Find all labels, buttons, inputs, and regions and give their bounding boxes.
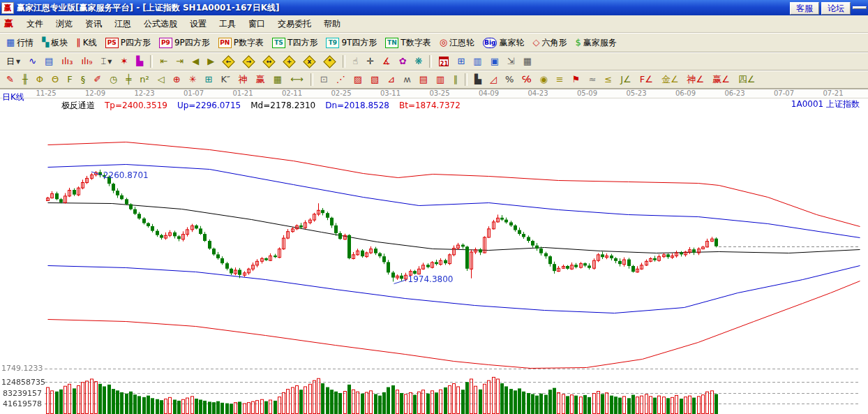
save-button[interactable]: ▣ (487, 54, 502, 68)
tally-ruler-button[interactable]: ╪ (122, 73, 135, 87)
volume-profile-button[interactable]: ▙ (471, 73, 485, 87)
angle-measure-button[interactable]: ∡ (379, 54, 394, 68)
parallel-lines-button[interactable]: ∥ (449, 73, 461, 87)
color-histogram-button[interactable]: ▙ (133, 54, 147, 68)
gold-circle-button[interactable]: ◉ (537, 73, 551, 87)
zoom-out-button[interactable]: x (300, 54, 319, 69)
gann-wheel-button[interactable]: ◎江恩轮 (436, 36, 478, 50)
calculator-button[interactable]: ⊞ (454, 54, 468, 68)
9t-square-button[interactable]: T99T四方形 (322, 36, 380, 50)
gold-wedge-button[interactable]: ≤ (601, 73, 615, 87)
zoom-left-button[interactable]: ← (219, 54, 238, 69)
last-page-button[interactable]: ⇥ (172, 54, 187, 68)
zoom-right-button[interactable]: → (239, 54, 258, 69)
menu-settings[interactable]: 设置 (184, 17, 213, 30)
zoom-fit-button[interactable]: * (320, 54, 339, 69)
frame-tool-button[interactable]: ⊡ (317, 73, 331, 87)
menu-browse[interactable]: 浏览 (50, 17, 79, 30)
calendar-button[interactable]: 21 (435, 55, 452, 68)
shen-tool-button[interactable]: 神 (235, 73, 251, 87)
tick-ruler-button[interactable]: ╫ (19, 73, 31, 87)
menu-window[interactable]: 窗口 (242, 17, 271, 30)
dense-grid-b-button[interactable]: ▥ (433, 73, 448, 87)
t-number-table-button[interactable]: TNT数字表 (382, 36, 434, 50)
notepad-button[interactable]: ▥ (470, 54, 485, 68)
star-web-button[interactable]: ✳ (186, 73, 200, 87)
service-button[interactable]: 客服 (790, 2, 819, 15)
f-ruler-button[interactable]: F (63, 73, 75, 87)
gold-section-a-button[interactable]: Φ (33, 73, 47, 87)
first-page-button[interactable]: ⇤ (156, 54, 171, 68)
web-tool-button[interactable]: ❋ (412, 54, 426, 68)
f-angle-button[interactable]: F∠ (636, 73, 657, 87)
gold-angle-button[interactable]: 金∠ (658, 73, 682, 87)
p-square-button[interactable]: PSP四方形 (102, 36, 154, 50)
corner-rays-button[interactable]: ⊿ (384, 73, 398, 87)
trend-curve-button[interactable]: ∿ (25, 54, 40, 68)
9p-square-button[interactable]: P99P四方形 (156, 36, 214, 50)
red-grid-a-button[interactable]: ▨ (350, 73, 366, 87)
clipped-titlebar-button[interactable] (853, 6, 867, 9)
time-circle-button[interactable]: ◷ (106, 73, 121, 87)
dense-grid-a-button[interactable]: ▤ (416, 73, 431, 87)
si-angle-button[interactable]: 四∠ (735, 73, 759, 87)
data-export-button[interactable]: ⇲ (504, 54, 518, 68)
spiral-button[interactable]: § (77, 73, 89, 87)
ying-tool-button[interactable]: 赢 (253, 73, 269, 87)
period-day-button[interactable]: 日▼ (3, 54, 24, 69)
span-arrow-button[interactable]: ⟷ (287, 73, 307, 87)
k-quote-button[interactable]: K″ (217, 73, 233, 87)
forum-button[interactable]: 论坛 (821, 2, 851, 15)
gold-section-b-button[interactable]: Θ (48, 73, 62, 87)
print-button[interactable]: ▦ (520, 54, 535, 68)
circle-cross-button[interactable]: ⊕ (170, 73, 184, 87)
pct-triangle-button[interactable]: ◿ (486, 73, 500, 87)
menu-tools[interactable]: 工具 (213, 17, 242, 30)
web-grid-button[interactable]: ⊞ (202, 73, 216, 87)
kline-button[interactable]: ‖K线 (73, 36, 100, 50)
candle-style-button[interactable]: ⌶▼ (97, 54, 115, 68)
ying-angle-button[interactable]: 赢∠ (709, 73, 733, 87)
shen-angle-button[interactable]: 神∠ (684, 73, 708, 87)
menu-gann[interactable]: 江恩 (108, 17, 137, 30)
zoom-in-button[interactable]: + (280, 54, 299, 69)
p-number-table-button[interactable]: PNP数字表 (215, 36, 267, 50)
prev-page-button[interactable]: ◀ (188, 54, 202, 68)
t-square-button[interactable]: TST四方形 (269, 36, 321, 50)
j-angle-button[interactable]: J∠ (617, 73, 635, 87)
sector-blocks-button[interactable]: ▚板块 (38, 36, 71, 50)
winner-service-button[interactable]: $赢家服务 (571, 36, 620, 50)
red-grid-b-button[interactable]: ▧ (367, 73, 382, 87)
menu-help[interactable]: 帮助 (317, 17, 347, 30)
next-page-button[interactable]: ▶ (204, 54, 218, 68)
document-button[interactable]: ▤ (41, 54, 57, 68)
mirror-angle-button[interactable]: ◁ (154, 73, 168, 87)
menu-formula-stock-pick[interactable]: 公式选股 (137, 17, 184, 30)
menu-file[interactable]: 文件 (20, 17, 50, 30)
wave-channel-button[interactable]: ≈ (585, 73, 599, 87)
percent-button[interactable]: % (502, 73, 517, 87)
zoom-horizontal-button[interactable]: ↔ (260, 54, 278, 69)
gold-lines-button[interactable]: ≡ (553, 73, 567, 87)
winner-wheel-button[interactable]: Big赢家轮 (479, 36, 527, 50)
fan-tool-button[interactable]: ✿ (396, 54, 410, 68)
menu-news[interactable]: 资讯 (79, 17, 108, 30)
volume-scale-label: 124858735 (1, 378, 42, 387)
pattern-mark-button[interactable]: ✶ (117, 54, 131, 68)
red-pen-button[interactable]: ✎ (3, 73, 17, 87)
grid-123-button[interactable]: ▦ (270, 73, 285, 87)
mini-chart-9-button[interactable]: ılı₉ (77, 54, 96, 68)
n-squared-button[interactable]: n² (136, 73, 152, 87)
pan-hand-button[interactable]: ☝ (349, 54, 361, 68)
menu-trade-order[interactable]: 交易委托 (271, 17, 317, 30)
mini-chart-3-button[interactable]: ılı₃ (58, 54, 76, 68)
kline-chart-canvas[interactable] (0, 89, 868, 414)
red-fan-button[interactable]: ⋰ (333, 73, 349, 87)
flag-pen-button[interactable]: ⚑ (569, 73, 584, 87)
zigzag-w-button[interactable]: ʍ (400, 73, 414, 87)
marker-pen-button[interactable]: ✐ (90, 73, 105, 87)
pct-lines-button[interactable]: ℅ (518, 73, 534, 87)
market-quotes-button[interactable]: ▦行情 (3, 36, 37, 50)
hexagon-button[interactable]: ◇六角形 (529, 36, 570, 50)
crosshair-button[interactable]: ✛ (363, 54, 377, 68)
